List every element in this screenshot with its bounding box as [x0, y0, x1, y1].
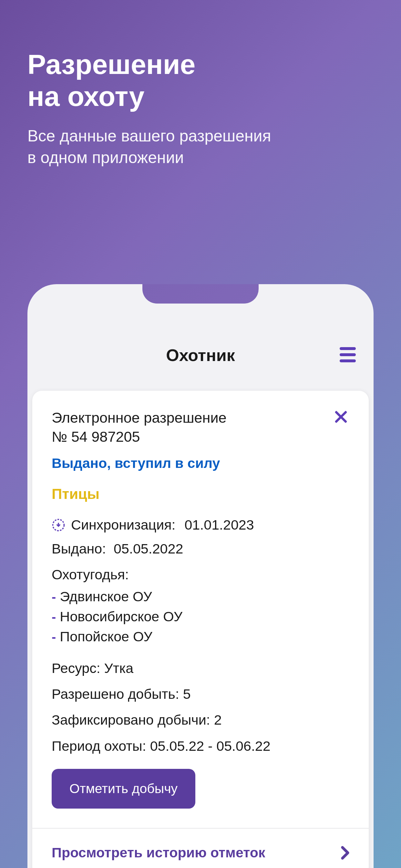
close-button[interactable]: [333, 408, 349, 425]
permit-title-line2: № 54 987205: [52, 428, 227, 446]
ground-item: - Новосибирское ОУ: [52, 607, 349, 626]
hamburger-icon: [340, 347, 356, 362]
promo-subtitle: Все данные вашего разрешения в одном при…: [27, 125, 374, 169]
issued-value: 05.05.2022: [114, 541, 183, 556]
permit-header: Электронное разрешение № 54 987205: [52, 408, 349, 446]
sync-value: 01.01.2023: [184, 517, 254, 533]
sync-row: Синхронизация: 01.01.2023: [52, 517, 349, 533]
promo-subtitle-line2: в одном приложении: [27, 149, 184, 166]
grounds-list: - Эдвинское ОУ - Новосибирское ОУ - Попо…: [52, 586, 349, 647]
promo-title-line2: на охоту: [27, 81, 144, 112]
ground-item: - Попойское ОУ: [52, 626, 349, 647]
period-label: Период охоты:: [52, 738, 146, 754]
ground-item: - Эдвинское ОУ: [52, 586, 349, 607]
resource-label: Ресурс:: [52, 660, 100, 676]
close-icon: [334, 410, 348, 424]
permit-category: Птицы: [52, 486, 349, 502]
period-value: 05.05.22 - 05.06.22: [150, 738, 271, 754]
view-history-link[interactable]: Просмотреть историю отметок: [52, 845, 349, 861]
resource-section: Ресурс: Утка Разрешено добыть: 5 Зафикси…: [52, 658, 349, 756]
promo-subtitle-line1: Все данные вашего разрешения: [27, 127, 271, 145]
ground-name: Попойское ОУ: [60, 626, 152, 647]
app-title: Охотник: [166, 345, 235, 365]
permit-title-line1: Электронное разрешение: [52, 408, 227, 428]
issued-row: Выдано: 05.05.2022: [52, 538, 349, 559]
phone-notch: [143, 284, 258, 304]
allowed-value: 5: [183, 686, 191, 702]
period-row: Период охоты: 05.05.22 - 05.06.22: [52, 736, 349, 756]
issued-label: Выдано:: [52, 541, 106, 556]
history-label: Просмотреть историю отметок: [52, 845, 266, 861]
dash-icon: -: [52, 627, 56, 646]
promo-title: Разрешение на охоту: [27, 49, 374, 113]
recorded-label: Зафиксировано добычи:: [52, 712, 210, 727]
grounds-label: Охотугодья:: [52, 564, 349, 585]
recorded-value: 2: [214, 712, 222, 727]
dash-icon: -: [52, 587, 56, 606]
sync-label: Синхронизация:: [71, 517, 175, 533]
promo-title-line1: Разрешение: [27, 49, 195, 80]
promo-section: Разрешение на охоту Все данные вашего ра…: [0, 0, 401, 169]
allowed-row: Разрешено добыть: 5: [52, 684, 349, 704]
chevron-right-icon: [341, 846, 349, 860]
sync-icon: [52, 518, 65, 532]
mark-catch-button[interactable]: Отметить добычу: [52, 769, 195, 809]
divider: [32, 828, 369, 829]
phone-frame: Охотник Электронное разрешение № 54 9872…: [27, 284, 374, 868]
recorded-row: Зафиксировано добычи: 2: [52, 710, 349, 730]
resource-row: Ресурс: Утка: [52, 658, 349, 678]
resource-value: Утка: [104, 660, 134, 676]
permit-card: Электронное разрешение № 54 987205 Выдан…: [32, 391, 369, 868]
dash-icon: -: [52, 608, 56, 626]
allowed-label: Разрешено добыть:: [52, 686, 179, 702]
permit-status: Выдано, вступил в силу: [52, 455, 349, 471]
ground-name: Эдвинское ОУ: [60, 586, 152, 607]
ground-name: Новосибирское ОУ: [60, 607, 182, 626]
menu-button[interactable]: [340, 347, 356, 362]
permit-title: Электронное разрешение № 54 987205: [52, 408, 227, 446]
